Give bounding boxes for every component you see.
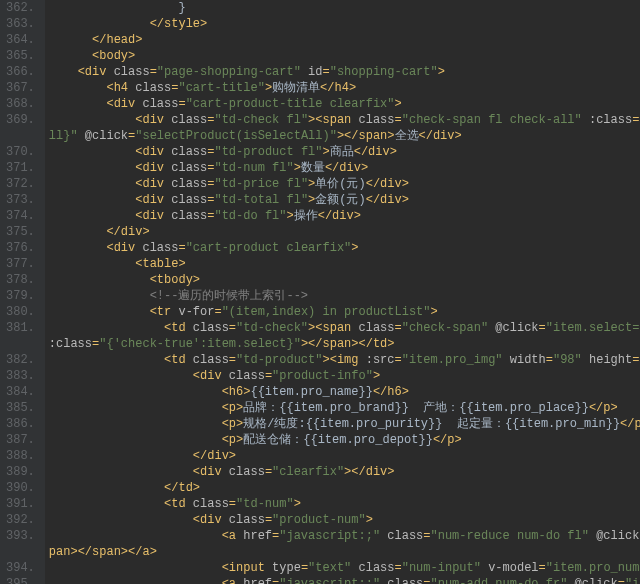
token-tag: </ [193, 449, 207, 463]
token-txt [49, 417, 222, 431]
token-val: "shopping-cart" [330, 65, 438, 79]
token-tag: > [438, 65, 445, 79]
line-number: 378. [6, 272, 35, 288]
token-tag: > [294, 161, 301, 175]
code-line[interactable]: :class="{'check-true':item.select}"></sp… [49, 336, 640, 352]
code-line[interactable]: <td class="td-product"><img :src="item.p… [49, 352, 640, 368]
code-line[interactable]: <h6>{{item.pro_name}}</h6> [49, 384, 640, 400]
token-txt [49, 65, 78, 79]
code-line[interactable]: pan></span></a> [49, 544, 640, 560]
code-line[interactable]: <div class="page-shopping-cart" id="shop… [49, 64, 640, 80]
code-editor[interactable]: 362.363.364.365.366.367.368.369.370.371.… [0, 0, 640, 584]
token-val: "javascript:;" [279, 577, 380, 584]
token-tag: </ [92, 33, 106, 47]
token-tag: < [106, 241, 113, 255]
token-tag: div [380, 177, 402, 191]
token-tag: h6 [229, 385, 243, 399]
code-line[interactable]: <td class="td-check"><span class="check-… [49, 320, 640, 336]
code-line[interactable]: </td> [49, 480, 640, 496]
token-attr: v-model [488, 561, 538, 575]
token-tag: < [150, 273, 157, 287]
token-val: "td-total fl" [214, 193, 308, 207]
line-number: 371. [6, 160, 35, 176]
token-tag: </ [351, 465, 365, 479]
code-area[interactable]: } </style> </head> <body> <div class="pa… [45, 0, 640, 584]
code-line[interactable]: <div class="cart-product-title clearfix"… [49, 96, 640, 112]
code-line[interactable]: <table> [49, 256, 640, 272]
token-txt [49, 209, 135, 223]
code-line[interactable]: <div class="td-check fl"><span class="ch… [49, 112, 640, 128]
code-line[interactable]: <p>规格/纯度:{{item.pro_purity}} 起定量：{{item.… [49, 416, 640, 432]
token-tag: </ [150, 17, 164, 31]
token-tag: > [322, 353, 329, 367]
token-tag: > [337, 129, 344, 143]
line-number: 376. [6, 240, 35, 256]
token-txt [503, 353, 510, 367]
token-tag: > [265, 81, 272, 95]
token-tag: = [546, 353, 553, 367]
token-tag: > [70, 545, 77, 559]
token-tag: </ [366, 193, 380, 207]
code-line[interactable]: <p>品牌：{{item.pro_brand}} 产地：{{item.pro_p… [49, 400, 640, 416]
code-line[interactable]: <input type="text" class="num-input" v-m… [49, 560, 640, 576]
token-attr: href [243, 529, 272, 543]
code-line[interactable]: </div> [49, 448, 640, 464]
token-val: "cart-product-title clearfix" [186, 97, 395, 111]
code-line[interactable]: <div class="clearfix"></div> [49, 464, 640, 480]
token-tag: = [395, 321, 402, 335]
token-tag: div [142, 177, 171, 191]
code-line[interactable]: <div class="product-num"> [49, 512, 640, 528]
token-txt [49, 465, 193, 479]
code-line[interactable]: </style> [49, 16, 640, 32]
token-attr: class [171, 113, 207, 127]
token-txt [49, 385, 222, 399]
code-line[interactable]: <tbody> [49, 272, 640, 288]
token-val: "td-num" [236, 497, 294, 511]
code-line[interactable]: <body> [49, 48, 640, 64]
token-tag: </ [433, 433, 447, 447]
code-line[interactable]: <tr v-for="(item,index) in productList"> [49, 304, 640, 320]
token-tag: = [178, 97, 185, 111]
token-attr: class [142, 97, 178, 111]
token-tag: body [99, 49, 128, 63]
code-line[interactable]: <a href="javascript:;" class="num-reduce… [49, 528, 640, 544]
code-line[interactable]: <h4 class="cart-title">购物清单</h4> [49, 80, 640, 96]
code-line[interactable]: <div class="td-total fl">金额(元)</div> [49, 192, 640, 208]
code-line[interactable]: <td class="td-num"> [49, 496, 640, 512]
token-tag: p [229, 433, 236, 447]
token-tag: div [433, 129, 455, 143]
token-val: "product-num" [272, 513, 366, 527]
token-tag: div [200, 513, 229, 527]
token-txt [49, 401, 222, 415]
token-txt [49, 145, 135, 159]
token-val: "cart-title" [178, 81, 264, 95]
line-number: 387. [6, 432, 35, 448]
token-val: "(item,index) in productList" [222, 305, 431, 319]
line-number: 389. [6, 464, 35, 480]
token-tag: span [322, 321, 358, 335]
line-number: 386. [6, 416, 35, 432]
token-tag: </ [366, 177, 380, 191]
code-line[interactable]: <div class="product-info"> [49, 368, 640, 384]
code-line[interactable]: <div class="cart-product clearfix"> [49, 240, 640, 256]
token-tag: p [229, 401, 236, 415]
code-line[interactable]: </div> [49, 224, 640, 240]
code-line[interactable]: <!--遍历的时候带上索引--> [49, 288, 640, 304]
token-tag: > [395, 97, 402, 111]
code-line[interactable]: ll}" @click="selectProduct(isSelectAll)"… [49, 128, 640, 144]
code-line[interactable]: <div class="td-num fl">数量</div> [49, 160, 640, 176]
token-tag: = [395, 561, 402, 575]
token-tag: > [193, 273, 200, 287]
code-line[interactable]: <div class="td-do fl">操作</div> [49, 208, 640, 224]
token-tag: > [142, 225, 149, 239]
code-line[interactable]: <p>配送仓储：{{item.pro_depot}}</p> [49, 432, 640, 448]
token-tag: < [330, 353, 337, 367]
code-line[interactable]: </head> [49, 32, 640, 48]
code-line[interactable]: <div class="td-price fl">单价(元)</div> [49, 176, 640, 192]
token-tag: > [611, 401, 618, 415]
token-txt [49, 257, 135, 271]
token-tag: tbody [157, 273, 193, 287]
code-line[interactable]: <div class="td-product fl">商品</div> [49, 144, 640, 160]
code-line[interactable]: } [49, 0, 640, 16]
code-line[interactable]: <a href="javascript:;" class="num-add nu… [49, 576, 640, 584]
